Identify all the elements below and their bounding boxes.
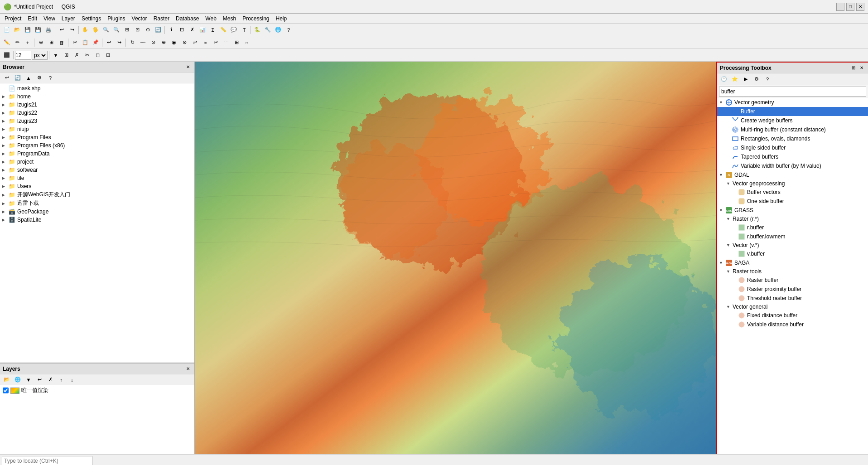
toolbox-close-icon[interactable]: ✕ xyxy=(858,64,865,72)
browser-item-softwear[interactable]: ▶ 📁 softwear xyxy=(0,166,194,174)
browser-item-geopackage[interactable]: ▶ 🗃️ GeoPackage xyxy=(0,208,194,216)
menu-help[interactable]: Help xyxy=(273,15,290,23)
browser-item-lzugis22[interactable]: ▶ 📁 lzugis22 xyxy=(0,109,194,117)
add-wms-button[interactable]: 🌐 xyxy=(13,375,23,385)
tooltip-button[interactable]: 💬 xyxy=(229,25,239,35)
add-ring-button[interactable]: ⊙ xyxy=(148,38,158,48)
font-size-input[interactable] xyxy=(15,51,31,60)
menu-raster[interactable]: Raster xyxy=(151,15,172,23)
pan-button[interactable]: ✋ xyxy=(80,25,90,35)
toolbox-item-variable[interactable]: Variable width buffer (by M value) xyxy=(717,161,868,170)
python-button[interactable]: 🐍 xyxy=(252,25,262,35)
select-button[interactable]: ⊡ xyxy=(177,25,187,35)
filter-layers-button[interactable]: ▼ xyxy=(24,375,34,385)
maximize-button[interactable]: □ xyxy=(846,3,854,11)
browser-refresh-button[interactable]: 🔄 xyxy=(13,73,23,83)
toolbox-item-oneside[interactable]: One side buffer xyxy=(717,197,868,206)
select-radius-button[interactable]: ✗ xyxy=(72,50,82,60)
snap-button[interactable]: ⊕ xyxy=(36,38,46,48)
open-table-button[interactable]: 📊 xyxy=(198,25,207,35)
simplify-button[interactable]: 〰 xyxy=(138,38,148,48)
toolbox-help-button[interactable]: ? xyxy=(762,74,772,84)
filter-button[interactable]: ▼ xyxy=(51,50,61,60)
copy-features-button[interactable]: 📋 xyxy=(80,38,90,48)
deselect-button[interactable]: ✗ xyxy=(187,25,197,35)
browser-item-spatialite[interactable]: ▶ 🗄️ SpatiaLite xyxy=(0,216,194,224)
browser-item-programfiles86[interactable]: ▶ 📁 Program Files (x86) xyxy=(0,141,194,150)
reshape-button[interactable]: ⇌ xyxy=(190,38,200,48)
subsection-vector-v[interactable]: ▼ Vector (v.*) xyxy=(717,241,868,249)
select-polygon-button[interactable]: ◻ xyxy=(92,50,102,60)
subsection-raster-tools[interactable]: ▼ Raster tools xyxy=(717,267,868,276)
gps-button[interactable]: 🌐 xyxy=(273,25,283,35)
locate-input[interactable] xyxy=(2,456,92,465)
refresh-button[interactable]: 🔄 xyxy=(153,25,163,35)
move-feature-button[interactable]: ↔ xyxy=(242,38,252,48)
split-parts-button[interactable]: ⋯ xyxy=(221,38,231,48)
help-button[interactable]: ? xyxy=(284,25,294,35)
browser-item-lzugis23[interactable]: ▶ 📁 lzugis23 xyxy=(0,117,194,125)
minimize-button[interactable]: — xyxy=(836,3,844,11)
cut-features-button[interactable]: ✂ xyxy=(70,38,80,48)
plugins-button[interactable]: 🔧 xyxy=(263,25,273,35)
browser-item-programfiles[interactable]: ▶ 📁 Program Files xyxy=(0,133,194,141)
toolbox-item-multiring[interactable]: Multi-ring buffer (constant distance) xyxy=(717,125,868,134)
menu-layer[interactable]: Layer xyxy=(59,15,78,23)
toolbox-favorites-button[interactable]: ⭐ xyxy=(730,74,740,84)
toolbox-item-rasterbuffer[interactable]: Raster buffer xyxy=(717,276,868,285)
browser-filter-button[interactable]: ▲ xyxy=(24,73,34,83)
menu-plugins[interactable]: Plugins xyxy=(105,15,128,23)
toolbox-history-button[interactable]: 🕐 xyxy=(719,74,729,84)
browser-item-webgis[interactable]: ▶ 📁 开源WebGIS开发入门 xyxy=(0,190,194,199)
new-project-button[interactable]: 📄 xyxy=(2,25,12,35)
menu-processing[interactable]: Processing xyxy=(240,15,272,23)
move-down-button[interactable]: ↓ xyxy=(67,375,77,385)
section-gdal[interactable]: ▼ G GDAL xyxy=(717,170,868,179)
zoom-full-button[interactable]: ⊞ xyxy=(122,25,132,35)
map-area[interactable] xyxy=(195,62,716,454)
subsection-vector-general[interactable]: ▼ Vector general xyxy=(717,303,868,311)
menu-project[interactable]: Project xyxy=(2,15,24,23)
digitize-button[interactable]: ✏ xyxy=(12,38,22,48)
statistics-button[interactable]: Σ xyxy=(208,25,218,35)
browser-close-icon[interactable]: ✕ xyxy=(184,63,192,71)
toolbox-item-rasterproximity[interactable]: Raster proximity buffer xyxy=(717,285,868,294)
redo-button[interactable]: ↪ xyxy=(67,25,77,35)
save-as-button[interactable]: 💾 xyxy=(33,25,43,35)
zoom-selection-button[interactable]: ⊙ xyxy=(143,25,153,35)
delete-ring-button[interactable]: ⊗ xyxy=(179,38,189,48)
browser-item-lzugis21[interactable]: ▶ 📁 lzugis21 xyxy=(0,101,194,109)
collapse-all-button[interactable]: ↩ xyxy=(34,375,44,385)
toolbox-settings-button[interactable]: ⚙ xyxy=(752,74,762,84)
pan-map-button[interactable]: 🖐 xyxy=(91,25,101,35)
layer-visibility-checkbox[interactable] xyxy=(3,388,9,393)
identify-button[interactable]: ℹ xyxy=(166,25,176,35)
toolbox-item-singlesided[interactable]: Single sided buffer xyxy=(717,143,868,152)
menu-database[interactable]: Database xyxy=(173,15,202,23)
open-project-button[interactable]: 📂 xyxy=(12,25,22,35)
zoom-in-button[interactable]: 🔍 xyxy=(101,25,111,35)
current-edits-button[interactable]: ⬛ xyxy=(2,50,12,60)
toolbox-item-buffervectors[interactable]: Buffer vectors xyxy=(717,188,868,197)
save-button[interactable]: 💾 xyxy=(23,25,33,35)
section-grass[interactable]: ▼ GRS GRASS xyxy=(717,206,868,215)
split-features-button[interactable]: ✂ xyxy=(211,38,221,48)
fill-ring-button[interactable]: ◉ xyxy=(169,38,179,48)
toolbox-item-tapered[interactable]: Tapered buffers xyxy=(717,152,868,161)
print-button[interactable]: 🖨️ xyxy=(43,25,53,35)
browser-item-tile[interactable]: ▶ 📁 tile xyxy=(0,174,194,182)
menu-web[interactable]: Web xyxy=(203,15,219,23)
node-tool-button[interactable]: ⊞ xyxy=(46,38,56,48)
toolbox-item-buffer[interactable]: Buffer xyxy=(717,107,868,116)
browser-item-project[interactable]: ▶ 📁 project xyxy=(0,158,194,166)
browser-item-programdata[interactable]: ▶ 📁 ProgramData xyxy=(0,150,194,158)
layer-item-raster[interactable]: 唯一值渲染 xyxy=(0,385,194,396)
browser-item-users[interactable]: ▶ 📁 Users xyxy=(0,182,194,190)
menu-vector[interactable]: Vector xyxy=(129,15,150,23)
subsection-raster-r[interactable]: ▼ Raster (r.*) xyxy=(717,215,868,223)
toolbox-item-variabledistance[interactable]: Variable distance buffer xyxy=(717,320,868,329)
toolbox-item-rbuffer[interactable]: r.buffer xyxy=(717,223,868,232)
paste-features-button[interactable]: 📌 xyxy=(91,38,101,48)
move-up-button[interactable]: ↑ xyxy=(56,375,66,385)
layers-close-icon[interactable]: ✕ xyxy=(184,365,192,373)
